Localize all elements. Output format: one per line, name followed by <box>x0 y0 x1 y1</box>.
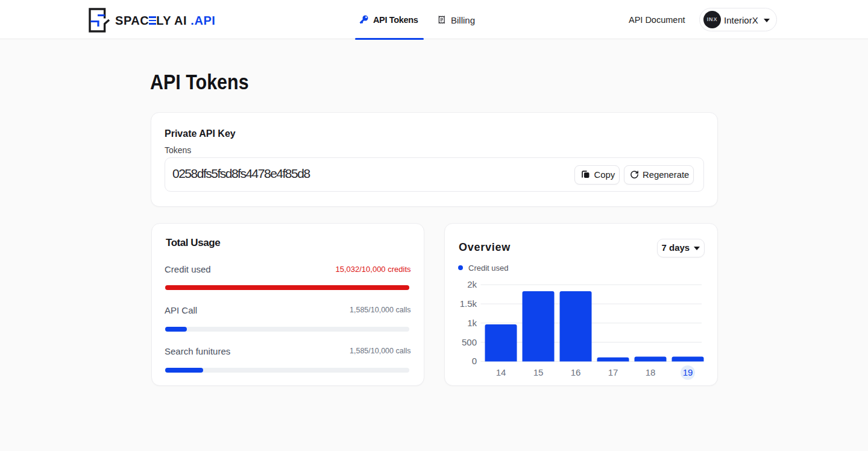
svg-text:2k: 2k <box>467 279 477 289</box>
svg-text:0: 0 <box>472 356 477 366</box>
svg-text:15: 15 <box>533 367 544 377</box>
svg-text:19: 19 <box>683 367 693 377</box>
svg-text:18: 18 <box>646 367 656 377</box>
svg-text:17: 17 <box>608 367 618 377</box>
svg-text:16: 16 <box>571 367 581 377</box>
svg-text:14: 14 <box>496 367 506 377</box>
svg-text:1.5k: 1.5k <box>460 298 477 309</box>
svg-text:500: 500 <box>462 337 477 347</box>
svg-text:1k: 1k <box>467 318 477 328</box>
